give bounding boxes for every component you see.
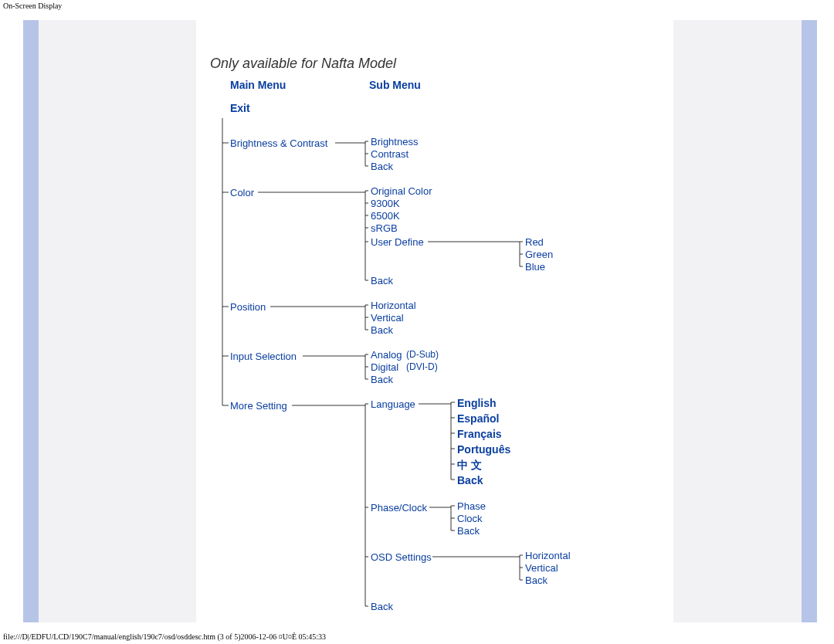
page-header: On-Screen Display [3, 2, 62, 10]
decor-band-right [802, 20, 817, 622]
tree-connector-lines [199, 29, 670, 616]
content-panel: Only available for Nafta Model Main Menu… [196, 20, 673, 622]
page-footer: file:///D|/EDFU/LCD/190C7/manual/english… [3, 632, 326, 641]
osd-menu-tree-diagram: Only available for Nafta Model Main Menu… [199, 29, 670, 616]
decor-band-left [23, 20, 39, 622]
